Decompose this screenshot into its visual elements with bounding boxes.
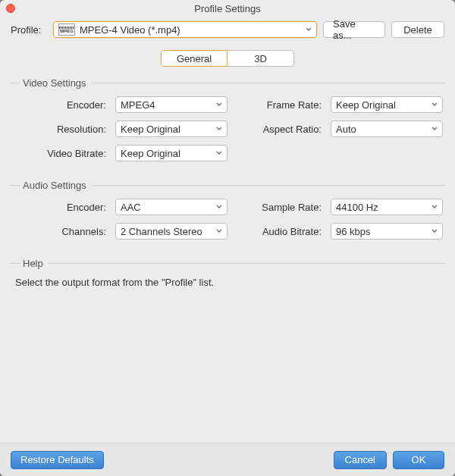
chevron-down-icon	[431, 228, 438, 234]
mpeg-icon: MPEG	[58, 23, 75, 36]
audio-encoder-label: Encoder:	[11, 202, 109, 213]
profile-settings-window: Profile Settings Profile: MPEG MPEG-4 Vi…	[0, 0, 455, 476]
window-controls	[6, 4, 15, 13]
video-bitrate-select[interactable]: Keep Original	[115, 145, 228, 161]
tabs: General 3D	[11, 50, 444, 67]
chevron-down-icon	[216, 126, 222, 132]
framerate-label: Frame Rate:	[234, 99, 325, 111]
video-group-title: Video Settings	[11, 77, 444, 89]
help-text: Select the output format from the "Profi…	[11, 277, 444, 288]
close-icon[interactable]	[6, 4, 15, 13]
window-title: Profile Settings	[0, 3, 455, 14]
footer: Restore Defaults Cancel OK	[0, 443, 455, 476]
profile-row: Profile: MPEG MPEG-4 Video (*.mp4) Save …	[11, 21, 444, 38]
resolution-select[interactable]: Keep Original	[115, 121, 228, 137]
tab-3d[interactable]: 3D	[228, 50, 294, 67]
audio-bitrate-label: Audio Bitrate:	[234, 226, 325, 237]
save-as-button[interactable]: Save as...	[323, 21, 385, 38]
restore-defaults-button[interactable]: Restore Defaults	[11, 451, 104, 469]
framerate-select[interactable]: Keep Original	[331, 96, 443, 113]
video-encoder-select[interactable]: MPEG4	[115, 96, 228, 113]
chevron-down-icon	[431, 126, 438, 132]
chevron-down-icon	[216, 228, 222, 234]
tab-general[interactable]: General	[161, 50, 228, 67]
resolution-label: Resolution:	[11, 124, 109, 135]
video-encoder-label: Encoder:	[11, 99, 109, 111]
audio-settings-group: Audio Settings Encoder: AAC Sample Rate:…	[11, 180, 444, 240]
profile-label: Profile:	[11, 24, 47, 36]
chevron-down-icon	[306, 27, 312, 33]
ok-button[interactable]: OK	[393, 451, 444, 469]
chevron-down-icon	[431, 204, 438, 210]
audio-encoder-select[interactable]: AAC	[115, 199, 228, 215]
content: Profile: MPEG MPEG-4 Video (*.mp4) Save …	[0, 17, 455, 443]
video-settings-group: Video Settings Encoder: MPEG4 Frame Rate…	[11, 77, 444, 161]
chevron-down-icon	[216, 102, 222, 108]
tab-group: General 3D	[161, 50, 294, 67]
help-group: Help Select the output format from the "…	[11, 258, 444, 288]
channels-select[interactable]: 2 Channels Stereo	[115, 223, 228, 240]
aspect-label: Aspect Ratio:	[234, 124, 325, 135]
channels-label: Channels:	[11, 226, 109, 237]
chevron-down-icon	[216, 150, 222, 156]
video-bitrate-label: Video Bitrate:	[11, 148, 109, 159]
samplerate-label: Sample Rate:	[234, 202, 325, 213]
audio-group-title: Audio Settings	[11, 180, 444, 191]
audio-bitrate-select[interactable]: 96 kbps	[331, 223, 443, 240]
samplerate-select[interactable]: 44100 Hz	[331, 199, 443, 215]
cancel-button[interactable]: Cancel	[334, 451, 387, 469]
help-group-title: Help	[11, 258, 444, 269]
titlebar: Profile Settings	[0, 0, 455, 17]
profile-value: MPEG-4 Video (*.mp4)	[80, 24, 180, 36]
profile-select[interactable]: MPEG MPEG-4 Video (*.mp4)	[53, 21, 317, 38]
aspect-select[interactable]: Auto	[331, 121, 443, 137]
chevron-down-icon	[431, 102, 438, 108]
chevron-down-icon	[216, 204, 222, 210]
delete-button[interactable]: Delete	[391, 21, 444, 38]
